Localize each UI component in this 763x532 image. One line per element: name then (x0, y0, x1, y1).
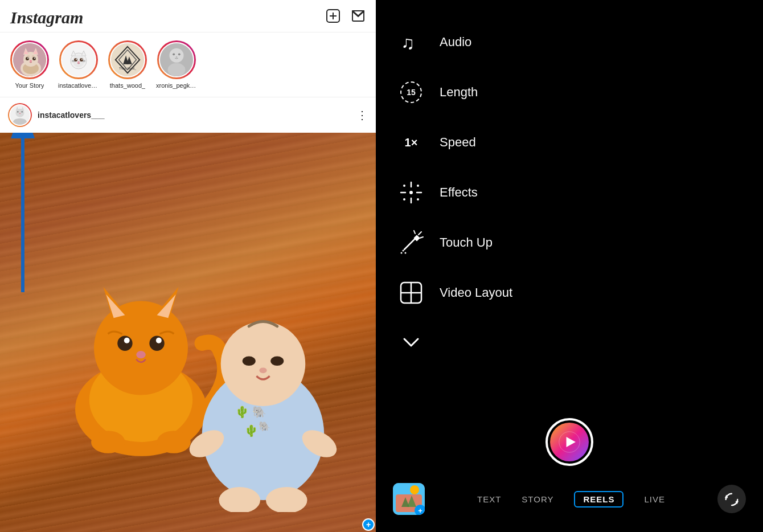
gallery-thumbnail[interactable]: + (393, 483, 425, 515)
story-label-your: Your Story (15, 82, 44, 89)
effects-icon (399, 180, 424, 205)
post-image: 🌵 🐘 🌵 🐘 (0, 133, 376, 532)
menu-item-video-layout[interactable]: Video Layout (399, 268, 740, 318)
svg-point-25 (81, 59, 83, 60)
menu-item-touchup[interactable]: Touch Up (399, 218, 740, 268)
story-item-xronis[interactable]: xronis_pegk_... (156, 40, 197, 89)
length-badge-text: 15 (407, 88, 416, 97)
story-inner-xronis (159, 42, 194, 77)
story-label-wood: thats_wood_ (110, 82, 145, 89)
svg-point-57 (117, 336, 132, 351)
post-username: instacatlovers___ (38, 111, 351, 120)
svg-point-47 (17, 111, 19, 113)
header-icons (326, 9, 366, 27)
svg-marker-19 (71, 51, 76, 56)
story-ring-instacat (59, 40, 98, 79)
story-item-your[interactable]: + Your Story (9, 40, 50, 89)
svg-point-94 (405, 252, 407, 254)
mode-live[interactable]: LIVE (644, 494, 665, 504)
svg-point-48 (21, 111, 23, 113)
svg-point-68 (221, 322, 306, 407)
svg-point-71 (259, 368, 266, 374)
menu-item-length[interactable]: 15 Length (399, 67, 740, 117)
svg-text:♫: ♫ (401, 32, 415, 53)
layout-icon (399, 280, 424, 305)
story-ring-xronis (157, 40, 196, 79)
svg-point-42 (176, 56, 178, 58)
shutter-button[interactable] (545, 418, 593, 466)
svg-point-38 (169, 48, 183, 63)
gallery-plus-badge: + (415, 505, 425, 515)
chevron-svg (399, 330, 424, 355)
mode-reels-box[interactable]: REELS (574, 491, 623, 508)
xronis-avatar (160, 43, 193, 76)
flip-camera-icon (724, 491, 740, 507)
svg-line-90 (419, 232, 421, 235)
svg-point-70 (270, 357, 284, 366)
story-label-instacat: instacatlovers... (58, 82, 99, 89)
menu-item-audio[interactable]: ♫ Audio (399, 17, 740, 67)
speed-badge: 1× (399, 130, 424, 155)
svg-point-85 (417, 198, 419, 200)
story-inner-wood: Thats_Wood_ (110, 42, 145, 77)
post-header: instacatlovers___ ⋮ (0, 97, 376, 133)
svg-point-87 (403, 198, 405, 200)
svg-text:🌵 🐘: 🌵 🐘 (235, 405, 267, 419)
menu-item-effects[interactable]: Effects (399, 167, 740, 218)
svg-point-13 (26, 57, 29, 60)
story-label-xronis: xronis_pegk_... (156, 82, 197, 89)
svg-rect-89 (413, 235, 420, 241)
svg-line-91 (420, 237, 423, 238)
stories-row: + Your Story (0, 32, 376, 97)
reels-logo (558, 431, 581, 453)
baby-avatar-svg (160, 43, 193, 76)
camera-bar: + TEXT STORY REELS LIVE (376, 407, 763, 532)
story-ring-wood: Thats_Wood_ (108, 40, 147, 79)
dm-icon[interactable] (351, 9, 366, 27)
length-badge: 15 (400, 81, 422, 103)
svg-line-3 (352, 11, 358, 16)
menu-item-more[interactable] (399, 318, 740, 368)
baby-svg: 🌵 🐘 🌵 🐘 (169, 272, 357, 512)
svg-point-86 (417, 185, 419, 187)
svg-point-49 (19, 113, 21, 114)
svg-point-69 (243, 357, 256, 366)
post-user-avatar (10, 105, 30, 125)
svg-point-15 (27, 58, 28, 59)
story-item-thatswood[interactable]: Thats_Wood_ thats_wood_ (107, 40, 148, 89)
your-story-avatar (13, 43, 46, 76)
length-icon: 15 (399, 80, 424, 105)
svg-text:Thats_Wood_: Thats_Wood_ (119, 67, 136, 70)
wood-logo-svg: Thats_Wood_ (111, 43, 144, 76)
kitten-avatar-svg (13, 43, 46, 76)
svg-line-88 (404, 238, 416, 249)
post-more-menu[interactable]: ⋮ (356, 109, 368, 121)
svg-point-40 (173, 53, 175, 55)
flip-camera-button[interactable] (717, 485, 746, 513)
speed-label: Speed (440, 135, 476, 150)
touchup-label: Touch Up (440, 235, 493, 250)
menu-item-speed[interactable]: 1× Speed (399, 117, 740, 167)
post-avatar-ring[interactable] (8, 103, 32, 127)
post-avatar-inner (9, 104, 31, 126)
svg-point-59 (124, 338, 130, 343)
audio-icon: ♫ (399, 30, 424, 55)
svg-marker-20 (81, 51, 86, 56)
mode-reels[interactable]: REELS (574, 494, 623, 504)
add-post-icon[interactable] (326, 9, 341, 27)
video-layout-icon (399, 280, 424, 305)
story-item-instacatlovers[interactable]: instacatlovers... (58, 40, 99, 89)
post-content-area: 🌵 🐘 🌵 🐘 (0, 133, 376, 532)
svg-text:🐘: 🐘 (259, 421, 270, 433)
wand-icon (399, 230, 424, 255)
svg-point-58 (149, 336, 164, 351)
camera-menu-list: ♫ Audio 15 Length 1× Speed (376, 0, 763, 407)
speed-badge-text: 1× (405, 136, 418, 149)
mode-text[interactable]: TEXT (477, 494, 501, 504)
svg-point-14 (32, 57, 36, 60)
svg-line-4 (358, 11, 364, 16)
instagram-logo: Instagram (10, 8, 83, 27)
mode-story[interactable]: STORY (522, 494, 553, 504)
wood-avatar: Thats_Wood_ (111, 43, 144, 76)
svg-point-95 (401, 252, 403, 254)
